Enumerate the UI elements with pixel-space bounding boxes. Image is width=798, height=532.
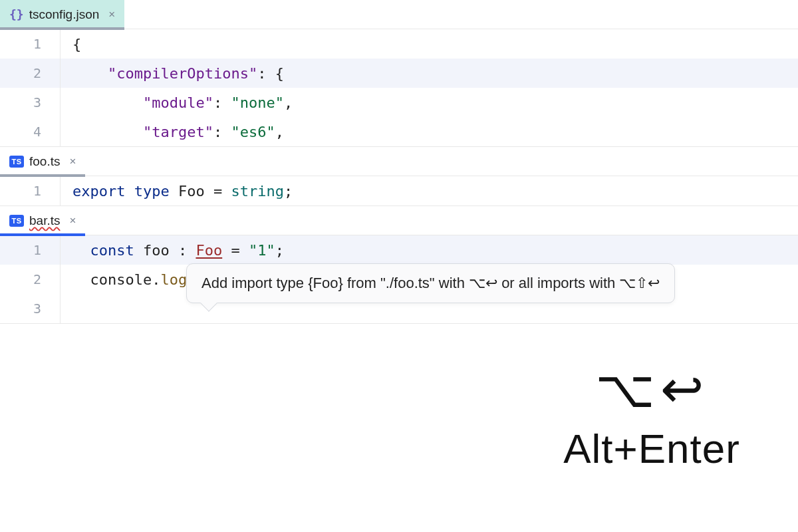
shortcut-overlay: ⌥↩ Alt+Enter <box>512 359 791 472</box>
code-content: "module": "none", <box>72 94 293 111</box>
typescript-icon: TS <box>9 215 24 227</box>
tab-underline <box>0 27 124 30</box>
gutter-border <box>60 176 61 205</box>
line-number: 3 <box>0 301 60 317</box>
tab-filename: bar.ts <box>29 213 60 228</box>
close-icon[interactable]: × <box>108 8 115 21</box>
file-tab[interactable]: TSfoo.ts× <box>0 147 85 176</box>
tab-filename: tsconfig.json <box>29 7 100 22</box>
code-line[interactable]: 3 "module": "none", <box>0 88 798 117</box>
code-editor[interactable]: 1export type Foo = string; <box>0 176 798 205</box>
code-line[interactable]: 1{ <box>0 29 798 59</box>
line-number: 1 <box>0 36 60 52</box>
code-content: "target": "es6", <box>72 124 284 140</box>
code-line[interactable]: 1export type Foo = string; <box>0 176 798 205</box>
line-number: 2 <box>0 65 60 81</box>
code-content: const foo : Foo = "1"; <box>72 242 284 259</box>
gutter-border <box>60 117 61 146</box>
gutter-border <box>60 29 61 59</box>
line-number: 4 <box>0 124 60 140</box>
code-content: { <box>72 36 81 53</box>
editor-pane: {}tsconfig.json×1{2 "compilerOptions": {… <box>0 0 798 147</box>
tooltip-text: Add import type {Foo} from "./foo.ts" wi… <box>201 275 660 291</box>
code-content: export type Foo = string; <box>72 183 293 200</box>
gutter-border <box>60 88 61 117</box>
code-editor[interactable]: 1{2 "compilerOptions": {3 "module": "non… <box>0 29 798 146</box>
code-line[interactable]: 1 const foo : Foo = "1"; <box>0 235 798 265</box>
code-content: "compilerOptions": { <box>72 65 284 82</box>
line-number: 3 <box>0 94 60 110</box>
tab-underline <box>0 233 85 236</box>
file-tab[interactable]: TSbar.ts× <box>0 206 85 235</box>
code-line[interactable]: 4 "target": "es6", <box>0 117 798 146</box>
json-icon: {} <box>9 7 24 21</box>
quickfix-tooltip: Add import type {Foo} from "./foo.ts" wi… <box>186 263 675 303</box>
line-number: 1 <box>0 242 60 258</box>
tab-bar: {}tsconfig.json× <box>0 0 798 29</box>
close-icon[interactable]: × <box>69 214 76 227</box>
editor-pane: TSfoo.ts×1export type Foo = string; <box>0 147 798 206</box>
tab-filename: foo.ts <box>29 154 60 169</box>
typescript-icon: TS <box>9 156 24 168</box>
line-number: 2 <box>0 271 60 287</box>
gutter-border <box>60 265 61 294</box>
shortcut-glyph: ⌥↩ <box>512 359 791 420</box>
gutter-border <box>60 294 61 323</box>
line-number: 1 <box>0 183 60 199</box>
shortcut-label: Alt+Enter <box>512 425 791 472</box>
gutter-border <box>60 235 61 265</box>
tab-underline <box>0 174 85 177</box>
tab-bar: TSfoo.ts× <box>0 147 798 176</box>
tab-bar: TSbar.ts× <box>0 206 798 235</box>
close-icon[interactable]: × <box>69 155 76 168</box>
file-tab[interactable]: {}tsconfig.json× <box>0 0 124 29</box>
code-line[interactable]: 2 "compilerOptions": { <box>0 59 798 88</box>
gutter-border <box>60 59 61 88</box>
